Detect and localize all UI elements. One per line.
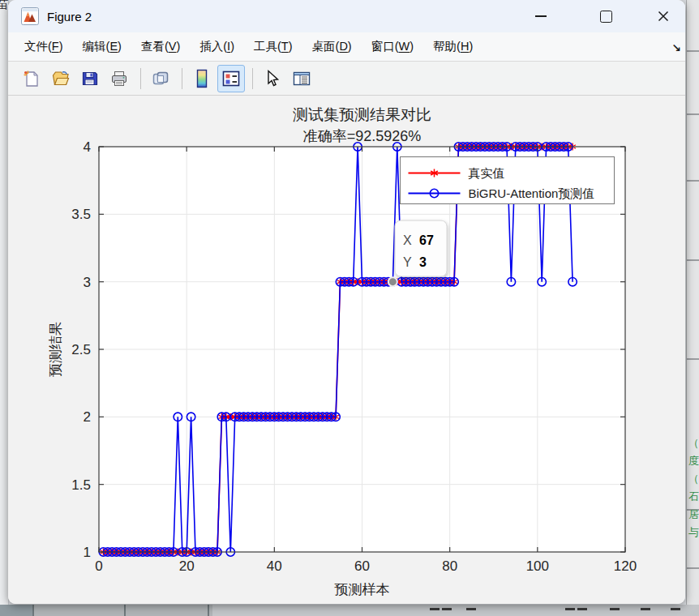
divider (687, 180, 699, 182)
x-tick-label: 60 (354, 558, 370, 574)
data-tip-y-value: 3 (419, 255, 427, 269)
dock-figure-button[interactable]: ↘ (671, 41, 681, 54)
link-plot-button[interactable] (147, 65, 174, 92)
background-right-strip: （ 度 （ 石 居 与 (686, 0, 699, 616)
text-fragment (671, 608, 680, 610)
menu-item-D[interactable]: 桌面(D) (302, 39, 362, 54)
insert-colorbar-button[interactable] (188, 65, 216, 92)
y-tick-label: 3 (84, 275, 91, 290)
data-tip-anchor[interactable] (388, 277, 397, 286)
menu-item-W[interactable]: 窗口(W) (362, 39, 423, 54)
link-plot-icon (151, 69, 170, 88)
table-cell (212, 605, 699, 616)
edit-plot-button[interactable] (259, 65, 286, 92)
insert-legend-button[interactable] (217, 65, 245, 92)
text-fragment (565, 608, 575, 610)
figure-window: Figure 2 文件(F)编辑(E)查看(V)插入(I)工具(T)桌面(D)窗… (8, 0, 685, 604)
y-axis-label: 预测结果 (48, 322, 63, 377)
divider (687, 358, 699, 360)
x-tick-label: 0 (95, 558, 102, 574)
property-editor-icon (292, 69, 311, 88)
matlab-figure-icon (21, 7, 39, 25)
y-tick-label: 1.5 (71, 477, 91, 493)
prediction-comparison-chart[interactable]: 测试集预测结果对比准确率=92.5926%02040608010012011.5… (8, 96, 685, 604)
toolbar (8, 62, 685, 96)
chart-subtitle: 准确率=92.5926% (303, 128, 422, 144)
legend-entry-true: 真实值 (469, 166, 505, 180)
text-fragment (466, 608, 476, 610)
legend[interactable]: 真实值BiGRU-Attention预测值 (401, 157, 615, 204)
minimize-button[interactable] (529, 5, 553, 28)
toolbar-separator (140, 68, 141, 89)
toolbar-separator (182, 68, 182, 89)
divider (687, 567, 699, 569)
window-title: Figure 2 (47, 10, 92, 24)
menu-item-E[interactable]: 编辑(E) (73, 39, 131, 54)
data-tip-x-label: X (403, 233, 412, 247)
divider (208, 605, 209, 616)
divider (124, 605, 126, 616)
minimize-icon (535, 15, 547, 17)
toolbar-separator (252, 68, 253, 89)
divider (687, 259, 699, 261)
legend-entry-predicted: BiGRU-Attention预测值 (469, 186, 595, 200)
y-tick-label: 1 (84, 545, 91, 560)
save-figure-button[interactable] (76, 65, 104, 92)
x-tick-label: 40 (267, 558, 282, 574)
text-fragment (577, 608, 587, 610)
divider (32, 605, 34, 616)
text-fragment (641, 608, 650, 610)
property-inspector-button[interactable] (288, 65, 315, 92)
background-bottom-strip (0, 605, 699, 616)
divider (687, 113, 699, 115)
x-tick-label: 20 (179, 558, 195, 574)
data-tip-x-value: 67 (419, 233, 434, 247)
table-cell (0, 605, 32, 616)
open-folder-icon (51, 69, 71, 88)
x-axis-label: 预测样本 (335, 582, 390, 597)
x-tick-label: 100 (526, 558, 549, 574)
data-tip-y-label: Y (403, 255, 412, 269)
page: { "window": { "title": "Figure 2", "cont… (0, 0, 699, 616)
print-icon (109, 69, 129, 88)
print-figure-button[interactable] (105, 65, 133, 92)
text-fragment (442, 608, 452, 610)
colorbar-icon (192, 69, 212, 88)
x-tick-label: 80 (442, 558, 457, 574)
maximize-icon (600, 11, 612, 23)
menu-item-V[interactable]: 查看(V) (131, 39, 190, 54)
text-fragment (610, 608, 620, 610)
x-tick-label: 120 (614, 558, 637, 574)
title-bar[interactable]: Figure 2 (8, 0, 685, 32)
legend-icon (221, 69, 241, 88)
y-tick-label: 2 (84, 409, 91, 425)
arrow-cursor-icon (263, 69, 282, 88)
divider (687, 50, 699, 52)
new-figure-button[interactable] (18, 65, 45, 92)
text-fragment (430, 608, 440, 610)
maximize-button[interactable] (594, 5, 618, 28)
menu-item-H[interactable]: 帮助(H) (423, 39, 482, 54)
menu-bar: 文件(F)编辑(E)查看(V)插入(I)工具(T)桌面(D)窗口(W)帮助(H) (8, 32, 685, 62)
background-text-fragment: 苗 (0, 0, 8, 12)
background-green-text: （ 度 （ 石 居 与 (688, 434, 699, 541)
y-tick-label: 4 (84, 139, 91, 155)
y-tick-label: 2.5 (71, 342, 91, 357)
chart-title: 测试集预测结果对比 (293, 106, 431, 123)
menu-item-F[interactable]: 文件(F) (15, 39, 73, 54)
y-tick-label: 3.5 (71, 207, 91, 222)
save-icon (80, 69, 100, 88)
figure-canvas: 测试集预测结果对比准确率=92.5926%02040608010012011.5… (8, 96, 685, 604)
data-tip[interactable]: X67Y3 (395, 220, 447, 276)
open-file-button[interactable] (47, 65, 75, 92)
close-icon (658, 11, 669, 22)
menu-item-T[interactable]: 工具(T) (244, 39, 302, 54)
menu-item-I[interactable]: 插入(I) (190, 39, 244, 54)
new-document-icon (22, 69, 41, 88)
close-button[interactable] (651, 5, 675, 28)
